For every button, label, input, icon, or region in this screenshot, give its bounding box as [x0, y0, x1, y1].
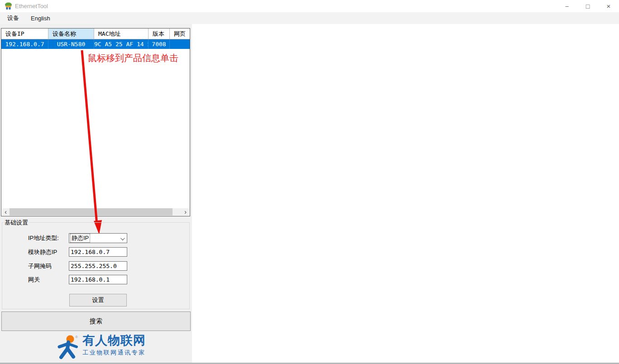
- subnet-field[interactable]: [69, 261, 127, 271]
- close-button[interactable]: ×: [598, 0, 619, 12]
- cell-device-ip: 192.168.0.7: [1, 39, 48, 49]
- window-title: EthernetTool: [15, 3, 48, 10]
- cell-version: 7008: [149, 39, 170, 49]
- svg-text:®: ®: [75, 335, 78, 339]
- maximize-button[interactable]: □: [577, 0, 598, 12]
- static-ip-field[interactable]: [69, 247, 127, 257]
- chevron-down-icon: [120, 236, 125, 240]
- ip-type-select[interactable]: 静态IP: [69, 233, 127, 243]
- subnet-label: 子网掩码: [28, 261, 52, 271]
- gateway-label: 网关: [28, 275, 40, 285]
- minimize-button[interactable]: –: [557, 0, 577, 12]
- scroll-left-icon[interactable]: ‹: [2, 208, 10, 216]
- menu-item-english[interactable]: English: [26, 13, 55, 24]
- close-icon: ×: [607, 2, 611, 10]
- cell-device-name: USR-N580: [48, 39, 94, 49]
- brand-name: 有人物联网: [82, 334, 146, 347]
- scroll-right-icon[interactable]: ›: [182, 208, 189, 216]
- ip-type-value: 静态IP: [71, 234, 90, 242]
- app-window: EthernetTool – □ × 设备 English 设备IP 设备名称 …: [0, 0, 619, 364]
- menu-item-device[interactable]: 设备: [3, 12, 24, 24]
- header-cell-version[interactable]: 版本: [149, 29, 170, 39]
- brand-tagline: 工业物联网通讯专家: [82, 349, 146, 357]
- search-button[interactable]: 搜索: [1, 311, 191, 331]
- header-cell-web[interactable]: 网页: [170, 29, 190, 39]
- horizontal-scrollbar[interactable]: ‹ ›: [2, 208, 189, 216]
- minimize-icon: –: [565, 3, 568, 10]
- brand-text: 有人物联网 工业物联网通讯专家: [82, 334, 146, 357]
- left-panel: 设备IP 设备名称 MAC地址 版本 网页 192.168.0.7 USR-N5…: [0, 24, 192, 363]
- header-cell-mac[interactable]: MAC地址: [94, 29, 149, 39]
- header-cell-device-ip[interactable]: 设备IP: [1, 29, 48, 39]
- running-person-icon: ®: [56, 335, 80, 360]
- maximize-icon: □: [586, 3, 590, 10]
- set-button[interactable]: 设置: [69, 294, 127, 307]
- menu-bar: 设备 English: [0, 12, 619, 24]
- header-cell-device-name[interactable]: 设备名称: [48, 29, 94, 39]
- device-table-header: 设备IP 设备名称 MAC地址 版本 网页: [1, 29, 190, 39]
- table-row-selected[interactable]: 192.168.0.7 USR-N580 9C A5 25 AF 14 57 7…: [1, 39, 190, 49]
- annotation-text: 鼠标移到产品信息单击: [88, 52, 178, 64]
- scrollbar-thumb[interactable]: [10, 208, 173, 216]
- ip-type-label: IP地址类型:: [28, 233, 59, 243]
- window-controls: – □ ×: [557, 0, 619, 12]
- cell-web: [170, 39, 190, 49]
- cell-mac: 9C A5 25 AF 14 57: [94, 39, 149, 49]
- brand-logo: ® 有人物联网 工业物联网通讯专家: [56, 334, 146, 360]
- main-content-area: [192, 24, 619, 363]
- basic-settings-label: 基础设置: [4, 219, 29, 227]
- titlebar: EthernetTool – □ ×: [0, 0, 619, 12]
- static-ip-label: 模块静态IP: [28, 247, 57, 257]
- app-icon: [5, 2, 12, 10]
- gateway-field[interactable]: [69, 275, 127, 284]
